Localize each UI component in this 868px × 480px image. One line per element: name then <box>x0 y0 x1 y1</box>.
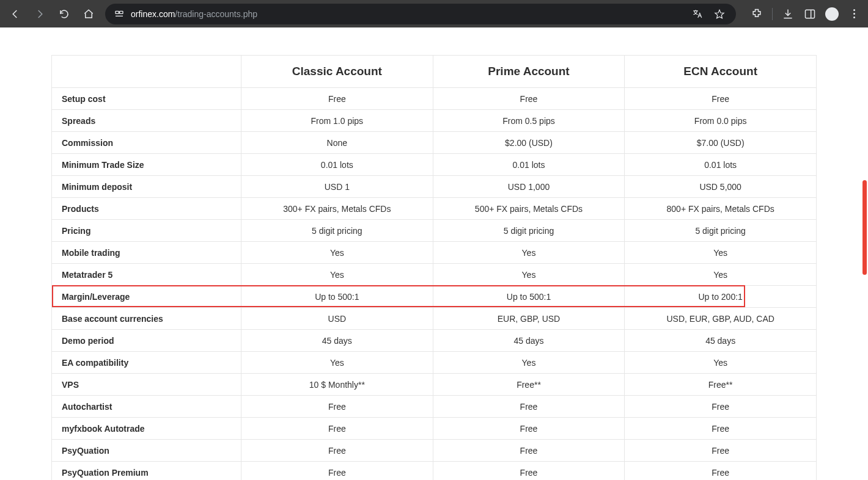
row-label: Demo period <box>52 330 241 352</box>
toolbar-right <box>748 5 863 23</box>
row-value: Free <box>433 440 625 462</box>
row-value: 5 digit pricing <box>625 220 817 242</box>
table-row: Margin/LeverageUp to 500:1Up to 500:1Up … <box>52 286 817 308</box>
row-label: EA compatibility <box>52 352 241 374</box>
profile-avatar[interactable] <box>823 5 841 23</box>
table-row: EA compatibilityYesYesYes <box>52 352 817 374</box>
row-value: None <box>241 132 433 154</box>
row-value: $2.00 (USD) <box>433 132 625 154</box>
separator <box>772 8 773 20</box>
row-value: Free <box>625 440 817 462</box>
translate-icon[interactable] <box>690 6 705 22</box>
row-value: Yes <box>433 242 625 264</box>
table-row: AutochartistFreeFreeFree <box>52 396 817 418</box>
table-row: Minimum depositUSD 1USD 1,000USD 5,000 <box>52 176 817 198</box>
site-info-icon[interactable] <box>114 9 125 20</box>
row-value: Free** <box>625 374 817 396</box>
header-ecn: ECN Account <box>625 56 817 88</box>
row-label: VPS <box>52 374 241 396</box>
row-label: myfxbook Autotrade <box>52 418 241 440</box>
url-text: orfinex.com/trading-accounts.php <box>131 9 257 19</box>
row-value: USD, EUR, GBP, AUD, CAD <box>625 308 817 330</box>
row-value: 10 $ Monthly** <box>241 374 433 396</box>
bookmark-icon[interactable] <box>712 6 727 22</box>
row-label: Minimum Trade Size <box>52 154 241 176</box>
row-value: 45 days <box>433 330 625 352</box>
row-value: Yes <box>625 242 817 264</box>
table-row: Setup costFreeFreeFree <box>52 88 817 110</box>
table-row: CommissionNone$2.00 (USD)$7.00 (USD) <box>52 132 817 154</box>
svg-rect-1 <box>120 11 123 13</box>
svg-rect-0 <box>116 11 119 13</box>
row-value: Free <box>625 88 817 110</box>
row-value: Free <box>433 88 625 110</box>
row-label: Mobile trading <box>52 242 241 264</box>
row-value: Free <box>241 462 433 481</box>
row-value: Free <box>433 462 625 481</box>
row-value: USD 1,000 <box>433 176 625 198</box>
menu-icon[interactable] <box>845 5 863 23</box>
row-value: 0.01 lots <box>241 154 433 176</box>
row-value: Yes <box>625 264 817 286</box>
scrollbar-thumb[interactable] <box>862 180 867 275</box>
row-value: 500+ FX pairs, Metals CFDs <box>433 198 625 220</box>
table-row: SpreadsFrom 1.0 pipsFrom 0.5 pipsFrom 0.… <box>52 110 817 132</box>
row-label: Spreads <box>52 110 241 132</box>
table-row: PsyQuation PremiumFreeFreeFree <box>52 462 817 481</box>
comparison-table: Classic Account Prime Account ECN Accoun… <box>51 55 817 480</box>
row-value: 0.01 lots <box>625 154 817 176</box>
row-label: Commission <box>52 132 241 154</box>
svg-point-3 <box>830 10 834 14</box>
row-label: Autochartist <box>52 396 241 418</box>
row-value: Free <box>433 418 625 440</box>
row-value: Yes <box>433 352 625 374</box>
table-row: Products300+ FX pairs, Metals CFDs500+ F… <box>52 198 817 220</box>
row-label: Minimum deposit <box>52 176 241 198</box>
row-value: From 0.5 pips <box>433 110 625 132</box>
row-value: Free <box>241 440 433 462</box>
row-value: EUR, GBP, USD <box>433 308 625 330</box>
header-prime: Prime Account <box>433 56 625 88</box>
row-value: From 0.0 pips <box>625 110 817 132</box>
row-value: 0.01 lots <box>433 154 625 176</box>
back-button[interactable] <box>5 4 26 24</box>
row-label: Margin/Leverage <box>52 286 241 308</box>
row-label: Pricing <box>52 220 241 242</box>
row-label: Setup cost <box>52 88 241 110</box>
header-classic: Classic Account <box>241 56 433 88</box>
row-value: Up to 200:1 <box>625 286 817 308</box>
row-value: Up to 500:1 <box>241 286 433 308</box>
row-value: Yes <box>241 242 433 264</box>
row-value: 300+ FX pairs, Metals CFDs <box>241 198 433 220</box>
row-label: PsyQuation <box>52 440 241 462</box>
table-row: Metatrader 5YesYesYes <box>52 264 817 286</box>
row-value: 800+ FX pairs, Metals CFDs <box>625 198 817 220</box>
row-value: Free <box>241 88 433 110</box>
home-button[interactable] <box>78 4 99 24</box>
browser-toolbar: orfinex.com/trading-accounts.php <box>0 0 868 27</box>
row-value: USD 1 <box>241 176 433 198</box>
row-value: Up to 500:1 <box>433 286 625 308</box>
header-empty <box>52 56 241 88</box>
address-bar[interactable]: orfinex.com/trading-accounts.php <box>105 4 736 24</box>
row-label: Base account currencies <box>52 308 241 330</box>
row-value: Free <box>241 418 433 440</box>
row-value: Yes <box>241 264 433 286</box>
row-label: Products <box>52 198 241 220</box>
row-value: Yes <box>241 352 433 374</box>
row-value: Free <box>625 418 817 440</box>
forward-button[interactable] <box>29 4 50 24</box>
page-content: Classic Account Prime Account ECN Accoun… <box>0 27 868 480</box>
row-value: USD 5,000 <box>625 176 817 198</box>
row-value: 5 digit pricing <box>241 220 433 242</box>
row-value: From 1.0 pips <box>241 110 433 132</box>
table-row: Base account currenciesUSDEUR, GBP, USDU… <box>52 308 817 330</box>
downloads-icon[interactable] <box>779 5 797 23</box>
extensions-icon[interactable] <box>748 5 766 23</box>
reload-button[interactable] <box>54 4 75 24</box>
row-value: 5 digit pricing <box>433 220 625 242</box>
row-label: PsyQuation Premium <box>52 462 241 481</box>
table-row: myfxbook AutotradeFreeFreeFree <box>52 418 817 440</box>
row-value: Yes <box>433 264 625 286</box>
sidepanel-icon[interactable] <box>801 5 819 23</box>
